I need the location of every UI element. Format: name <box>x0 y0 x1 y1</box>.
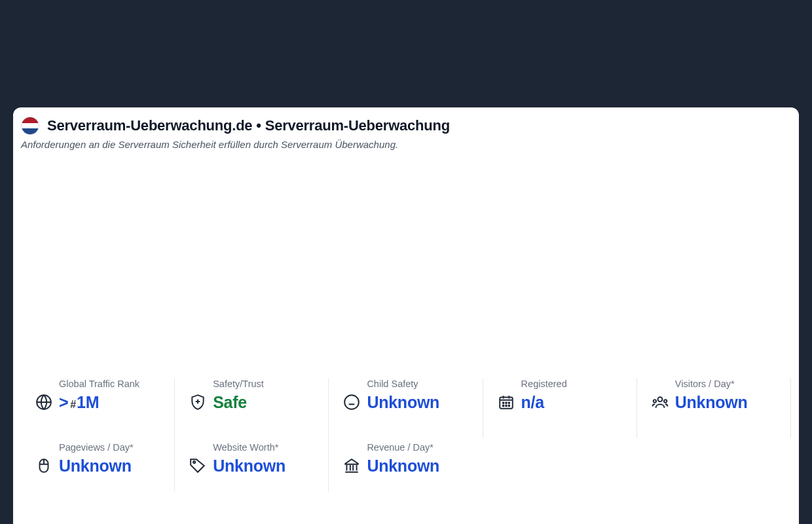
price-tag-icon <box>189 457 206 474</box>
stat-worth: Website Worth* Unknown <box>175 438 329 491</box>
title-separator: • <box>252 117 265 134</box>
site-info-card: Serverraum-Ueberwachung.de • Serverraum-… <box>13 107 799 524</box>
stat-global-rank: Global Traffic Rank >#1M <box>21 379 175 438</box>
svg-point-8 <box>508 405 509 407</box>
svg-point-11 <box>664 400 667 402</box>
mouse-icon <box>35 457 52 474</box>
stat-label: Safety/Trust <box>213 379 264 389</box>
svg-point-3 <box>502 402 504 403</box>
stat-label: Global Traffic Rank <box>59 379 139 389</box>
svg-point-13 <box>193 461 195 463</box>
country-flag-icon <box>21 117 39 135</box>
stat-value: Unknown <box>367 457 439 476</box>
stat-value: Unknown <box>59 457 134 476</box>
stat-value: Safe <box>213 393 264 412</box>
stat-label: Child Safety <box>367 379 439 389</box>
stat-visitors: Visitors / Day* Unknown <box>637 379 791 438</box>
svg-point-7 <box>506 405 507 407</box>
stat-revenue: Revenue / Day* Unknown <box>329 438 483 491</box>
site-subtitle: Anforderungen an die Serverraum Sicherhe… <box>21 139 791 150</box>
shield-plus-icon <box>189 394 206 411</box>
stat-label: Pageviews / Day* <box>59 442 134 453</box>
calendar-icon <box>498 394 515 411</box>
site-domain: Serverraum-Ueberwachung.de <box>47 117 252 134</box>
site-name: Serverraum-Ueberwachung <box>265 117 450 134</box>
stat-value: Unknown <box>675 393 748 412</box>
page-title: Serverraum-Ueberwachung.de • Serverraum-… <box>47 117 450 134</box>
people-icon <box>652 394 669 411</box>
stat-safety: Safety/Trust Safe <box>175 379 329 438</box>
stat-registered: Registered n/a <box>483 379 637 438</box>
svg-point-9 <box>657 397 662 402</box>
svg-point-5 <box>508 402 509 403</box>
neutral-face-icon <box>343 394 360 411</box>
globe-icon <box>35 394 52 411</box>
svg-point-10 <box>654 400 656 402</box>
stat-value: Unknown <box>367 393 439 412</box>
stat-pageviews: Pageviews / Day* Unknown <box>21 438 175 491</box>
svg-point-4 <box>506 402 507 403</box>
stat-value: Unknown <box>213 457 286 476</box>
stat-label: Website Worth* <box>213 442 286 453</box>
stat-label: Registered <box>521 379 567 389</box>
stats-grid: Global Traffic Rank >#1M Safety/Trust Sa… <box>21 379 791 491</box>
stat-label: Visitors / Day* <box>675 379 748 389</box>
svg-point-1 <box>345 395 360 409</box>
stat-label: Revenue / Day* <box>367 442 439 453</box>
stat-value: n/a <box>521 393 567 412</box>
stat-child-safety: Child Safety Unknown <box>329 379 483 438</box>
stat-value: >#1M <box>59 393 139 412</box>
svg-point-6 <box>502 405 504 407</box>
bank-icon <box>343 457 360 474</box>
card-header: Serverraum-Ueberwachung.de • Serverraum-… <box>21 117 791 135</box>
